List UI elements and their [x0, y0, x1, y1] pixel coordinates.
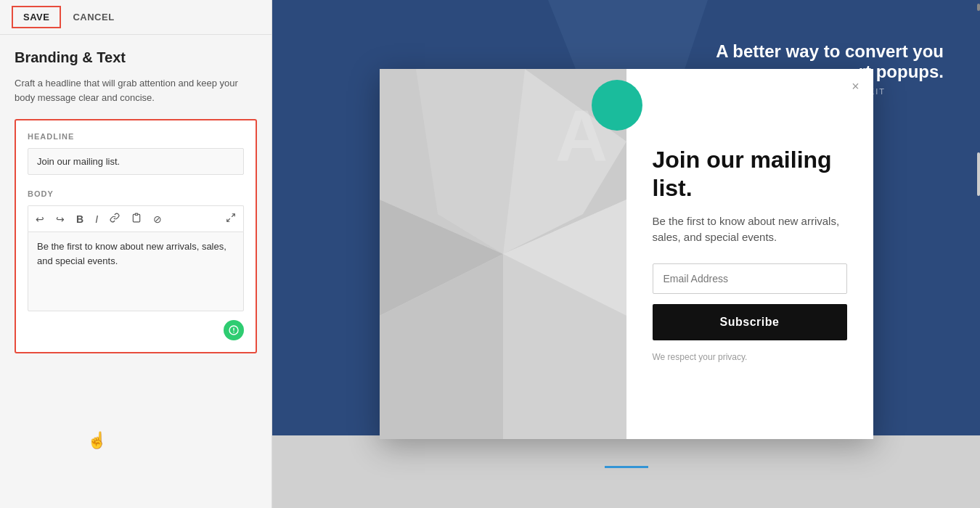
ai-icon-button[interactable]	[224, 320, 244, 340]
right-preview-area: A A better way to convert you rt popups.…	[272, 0, 980, 508]
headline-input[interactable]	[28, 148, 244, 175]
left-panel: SAVE CANCEL Branding & Text Craft a head…	[0, 0, 272, 508]
clipboard-button[interactable]	[127, 210, 146, 227]
headline-label: HEADLINE	[28, 132, 244, 141]
svg-rect-0	[135, 213, 138, 215]
svg-line-1	[232, 214, 234, 217]
ai-button-container	[28, 320, 244, 340]
branding-form-section: HEADLINE BODY ↩ ↪ B I ⊘ Be t	[15, 119, 257, 353]
undo-button[interactable]: ↩	[31, 211, 49, 227]
toolbar-bar: SAVE CANCEL	[0, 0, 271, 35]
body-editor[interactable]: Be the first to know about new arrivals,…	[28, 232, 244, 311]
toolkit-label: ON TOOLKIT	[823, 87, 886, 96]
body-label: BODY	[28, 189, 244, 198]
popup-body-text: Be the first to know about new arrivals,…	[653, 213, 847, 246]
panel-content: Branding & Text Craft a headline that wi…	[0, 35, 271, 508]
bold-button[interactable]: B	[72, 211, 88, 227]
italic-button[interactable]: I	[91, 211, 102, 227]
popup-email-input[interactable]	[653, 263, 847, 294]
popup-headline: Join our mailing list.	[653, 146, 847, 202]
popup-privacy-text: We respect your privacy.	[653, 352, 847, 362]
save-button[interactable]: SAVE	[12, 6, 61, 28]
popup-right-content: × Join our mailing list. Be the first to…	[626, 69, 873, 439]
big-letter-decoration: A	[555, 94, 608, 178]
website-background: A A better way to convert you rt popups.…	[272, 0, 980, 508]
section-description: Craft a headline that will grab attentio…	[15, 76, 257, 105]
website-header-subtext: rt popups.	[859, 62, 944, 82]
svg-line-2	[227, 218, 230, 221]
popup-subscribe-button[interactable]: Subscribe	[653, 304, 847, 340]
block-button[interactable]: ⊘	[149, 211, 166, 227]
website-header-text: A better way to convert you	[716, 40, 944, 62]
redo-button[interactable]: ↪	[52, 211, 69, 227]
cursor-indicator: ☝	[87, 431, 107, 450]
link-button[interactable]	[105, 210, 124, 227]
section-title: Branding & Text	[15, 49, 257, 66]
expand-button[interactable]	[221, 210, 240, 227]
cancel-button[interactable]: CANCEL	[73, 12, 114, 22]
rich-text-toolbar: ↩ ↪ B I ⊘	[28, 205, 244, 232]
